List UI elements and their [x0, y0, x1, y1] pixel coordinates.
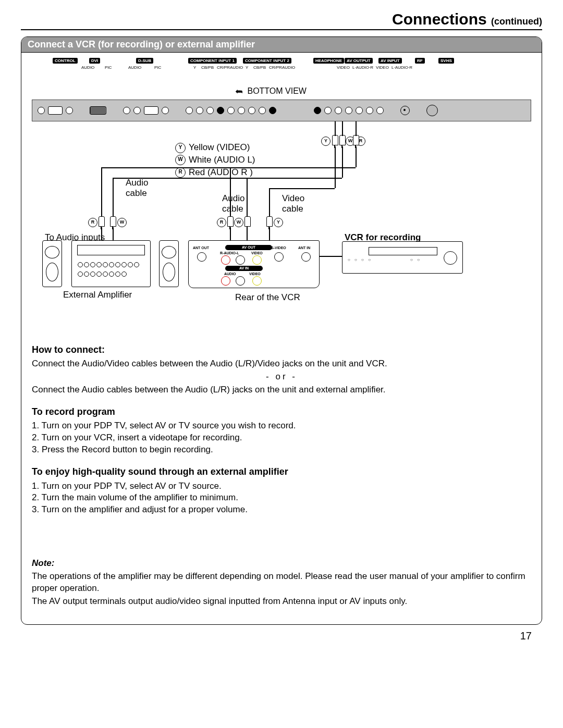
jack-icon: [356, 107, 363, 114]
wire-icon: [113, 178, 114, 217]
label-dvi: DVI: [89, 58, 100, 64]
mini-lar2: L·AUDIO·R: [391, 65, 412, 70]
mini-cr1: CR/PR: [217, 65, 230, 70]
plug-icon: [266, 216, 273, 227]
vcr-av-in-bar: AV IN: [225, 266, 263, 271]
amp-step: 1. Turn on your PDP TV, select AV or TV …: [32, 480, 531, 492]
svideo-jack-icon: [274, 252, 284, 262]
rca-red-icon: [221, 276, 230, 286]
rear-panel-bar: [32, 100, 531, 121]
vcr-front-icon: ○ ○ ○ ○ ○ ○: [342, 241, 463, 274]
jack-icon: [186, 107, 193, 114]
mini-pic: PIC: [105, 65, 112, 70]
wire-icon: [113, 178, 342, 180]
wire-icon: [101, 227, 102, 240]
wire-icon: [356, 121, 357, 136]
title-main: Connections: [392, 10, 487, 28]
plug-icon: [110, 216, 116, 227]
mini-cr2: CR/PR: [269, 65, 282, 70]
vcr-audio: AUDIO: [224, 272, 236, 276]
bottom-view-text: BOTTOM VIEW: [247, 87, 306, 95]
wire-icon: [101, 167, 356, 169]
rca-yellow-icon: [252, 276, 262, 286]
note-line-1: The operations of the amplifier may be d…: [32, 571, 531, 595]
label-audio-cable-mid: Audio cable: [222, 193, 244, 214]
label-comp1: COMPONENT INPUT 1: [188, 58, 237, 64]
jack-icon: [376, 107, 384, 114]
plug-icon: [339, 135, 346, 145]
note-heading: Note:: [32, 558, 531, 570]
jack-icon: [66, 107, 73, 114]
mini-video1: VIDEO: [337, 65, 350, 70]
wire-icon: [113, 227, 114, 240]
rca-white-icon: [236, 255, 245, 265]
label-audio-cable-left: Audio cable: [126, 178, 148, 199]
connection-diagram: CONTROL DVI D-SUB COMPONENT INPUT 1 COMP…: [27, 53, 536, 334]
page-number: 17: [21, 625, 542, 642]
how-to-connect-heading: How to connect:: [32, 343, 531, 356]
plug-icon: [244, 216, 251, 227]
wire-icon: [335, 121, 336, 136]
vcr-s-video: S-VIDEO: [271, 246, 286, 250]
speaker-left-icon: [42, 240, 62, 287]
label-control: CONTROL: [53, 58, 78, 64]
jack-icon: [314, 107, 321, 114]
vcr-ant-in: ANT IN: [298, 246, 310, 250]
wire-icon: [356, 146, 357, 167]
rca-red-icon: [221, 255, 230, 265]
label-svhs: SVHS: [438, 58, 454, 64]
vcr-rear-panel-icon: ANT OUT AV OUT R-AUDIO-L VIDEO S-VIDEO A…: [188, 240, 320, 288]
label-av-input: AV INPUT: [378, 58, 402, 64]
mini-cb1: CB/PB: [201, 65, 214, 70]
mini-aud2: AUDIO: [282, 65, 295, 70]
jack-icon: [206, 107, 214, 114]
vcr-video: VIDEO: [251, 251, 263, 255]
label-rear-of-vcr: Rear of the VCR: [235, 292, 300, 303]
mini-y2: Y: [246, 65, 248, 70]
mini-y1: Y: [193, 65, 196, 70]
wire-icon: [269, 188, 335, 190]
wire-icon: [342, 121, 343, 136]
rf-jack-icon: [400, 106, 410, 115]
mini-audio2: AUDIO: [128, 65, 141, 70]
label-video-cable: Video cable: [282, 193, 304, 214]
rca-white-icon: [236, 276, 245, 286]
jack-icon: [248, 107, 255, 114]
jack-icon: [238, 107, 245, 114]
vcr-ant-out: ANT OUT: [193, 246, 209, 250]
marker-y3: Y: [274, 216, 283, 227]
page-title: Connections (continued): [21, 10, 542, 28]
note-line-2: The AV output terminals output audio/vid…: [32, 596, 531, 608]
label-comp2: COMPONENT INPUT 2: [243, 58, 291, 64]
label-dsub: D-SUB: [136, 58, 153, 64]
record-step: 2. Turn on your VCR, insert a videotape …: [32, 432, 531, 444]
vcr-av-out-bar: AV OUT: [225, 245, 272, 250]
label-rf: RF: [415, 58, 425, 64]
jack-icon: [38, 107, 45, 114]
jack-icon: [162, 107, 169, 114]
or-separator: - or -: [32, 371, 531, 383]
title-rule: [21, 29, 542, 30]
vga-port-icon: [48, 106, 63, 115]
port-label-row: CONTROL DVI D-SUB COMPONENT INPUT 1 COMP…: [37, 58, 526, 79]
title-sub: (continued): [491, 16, 542, 27]
mini-audio: AUDIO: [81, 65, 94, 70]
jack-icon: [196, 107, 203, 114]
label-headphone: HEADPHONE: [313, 58, 344, 64]
plug-icon: [353, 135, 359, 145]
marker-y: Y: [321, 135, 331, 146]
plug-icon: [227, 216, 234, 227]
record-step: 3. Press the Record button to begin reco…: [32, 444, 531, 456]
rca-yellow-icon: [252, 255, 262, 265]
section-header: Connect a VCR (for recording) or externa…: [21, 37, 542, 53]
marker-w3: W: [234, 216, 243, 227]
instructions: How to connect: Connect the Audio/Video …: [21, 343, 542, 608]
mini-pic2: PIC: [154, 65, 161, 70]
jack-icon: [123, 107, 130, 114]
how-line-1: Connect the Audio/Video cables between t…: [32, 358, 531, 370]
external-amplifier-icon: [42, 240, 178, 287]
jack-icon: [269, 107, 276, 114]
label-external-amplifier: External Amplifier: [63, 290, 132, 300]
wire-icon: [101, 167, 102, 217]
bottom-view-label: ➥ BOTTOM VIEW: [235, 85, 307, 96]
